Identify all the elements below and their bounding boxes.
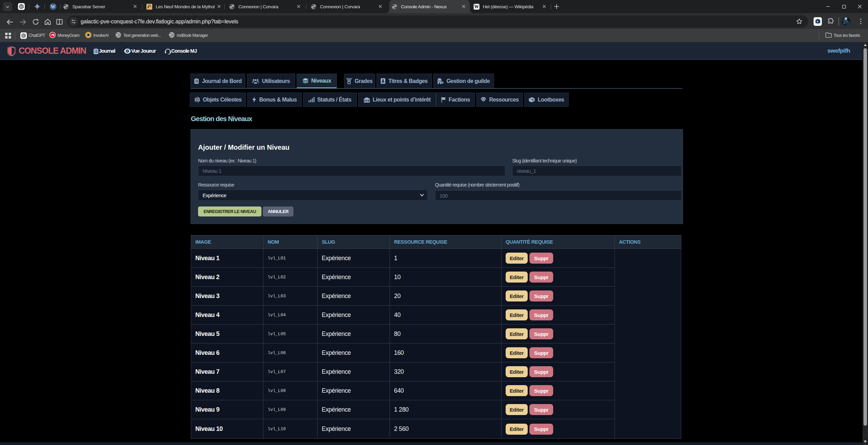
svg-text:W: W (474, 4, 479, 9)
svg-text:W: W (51, 4, 55, 9)
